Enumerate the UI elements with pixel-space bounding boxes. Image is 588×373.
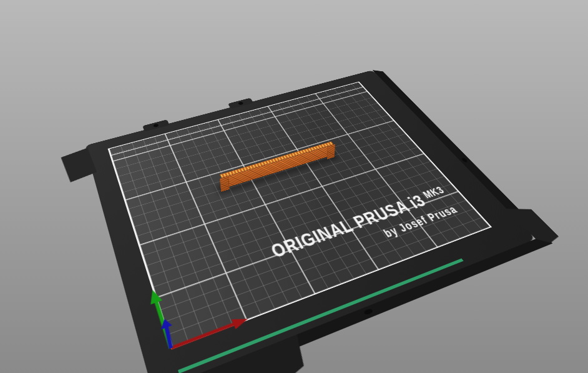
- branding-model: MK3: [420, 184, 447, 201]
- z-axis-line: [166, 327, 171, 349]
- y-axis-arrowhead: [147, 288, 162, 304]
- print-bed: ORIGINAL PRUSA i3 MK3 by Josef Prusa: [57, 62, 581, 373]
- bed-viewport[interactable]: ORIGINAL PRUSA i3 MK3 by Josef Prusa: [0, 0, 588, 373]
- slicer-3d-scene: ORIGINAL PRUSA i3 MK3 by Josef Prusa: [0, 0, 588, 373]
